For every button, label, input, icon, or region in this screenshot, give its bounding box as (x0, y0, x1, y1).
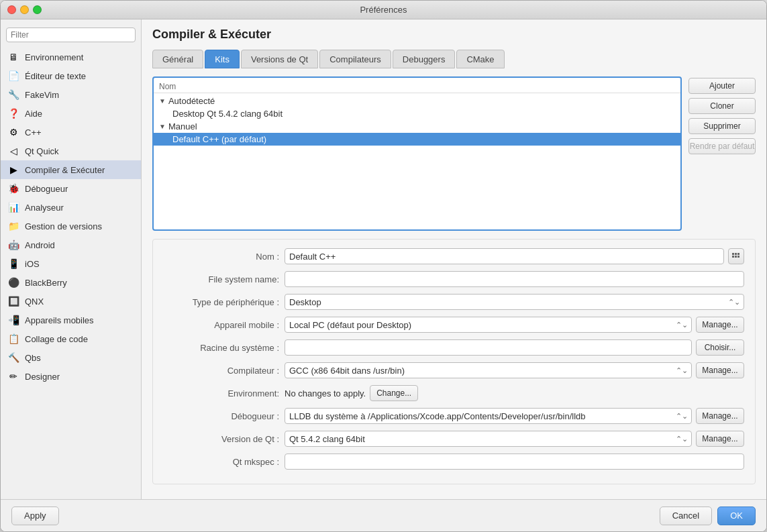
form-select-compilateur[interactable]: GCC (x86 64bit dans /usr/bin) (285, 362, 692, 378)
maximize-button[interactable] (33, 5, 42, 14)
designer-icon: ✏ (7, 370, 19, 382)
collage-code-icon: 📋 (7, 333, 19, 345)
form-select-type-peripherique[interactable]: Desktop (285, 294, 744, 310)
sidebar-item-fakevim[interactable]: 🔧 FakeVim (1, 85, 141, 104)
form-label-nom: Nom : (164, 252, 285, 262)
sidebar-item-collage-code[interactable]: 📋 Collage de code (1, 329, 141, 348)
manage-btn-appareil-mobile[interactable]: Manage... (696, 317, 744, 333)
sidebar-item-qbs[interactable]: 🔨 Qbs (1, 348, 141, 367)
manage-btn-environment[interactable]: Change... (370, 385, 418, 401)
kit-list-section: Nom ▼AutodétectéDesktop Qt 5.4.2 clang 6… (152, 76, 756, 231)
form-select-appareil-mobile[interactable]: Local PC (défaut pour Desktop) (285, 317, 692, 333)
form-select-debogueur[interactable]: LLDB du système à /Applications/Xcode.ap… (285, 408, 692, 424)
sidebar-item-blackberry[interactable]: ⚫ BlackBerry (1, 273, 141, 292)
sidebar-item-appareils-mobiles[interactable]: 📲 Appareils mobiles (1, 311, 141, 329)
form-row-qt-mkspec: Qt mkspec : (164, 453, 744, 470)
svg-rect-5 (737, 256, 739, 258)
form-row-filesystem-name: File system name: (164, 270, 744, 288)
ok-button[interactable]: OK (717, 507, 756, 525)
icon-btn-nom[interactable] (728, 248, 744, 264)
sidebar-item-debogueur[interactable]: 🐞 Débogueur (1, 179, 141, 198)
tab-versions-qt[interactable]: Versions de Qt (241, 50, 318, 68)
close-button[interactable] (7, 5, 16, 14)
sidebar-item-editeur-texte[interactable]: 📄 Éditeur de texte (1, 66, 141, 85)
manage-btn-compilateur[interactable]: Manage... (696, 362, 744, 378)
form-row-compilateur: Compilateur :GCC (x86 64bit dans /usr/bi… (164, 362, 744, 379)
form-rows: Nom :File system name:Type de périphériq… (164, 248, 744, 470)
sidebar-item-environnement[interactable]: 🖥 Environnement (1, 48, 141, 66)
minimize-button[interactable] (20, 5, 29, 14)
cancel-button[interactable]: Cancel (660, 507, 712, 525)
form-input-qt-mkspec[interactable] (285, 454, 744, 470)
gestion-versions-icon: 📁 (7, 220, 19, 232)
kit-item-desktop-qt[interactable]: Desktop Qt 5.4.2 clang 64bit (154, 107, 680, 120)
tab-general[interactable]: Général (152, 50, 203, 68)
sidebar-item-label-designer: Designer (25, 372, 60, 382)
form-row-appareil-mobile: Appareil mobile :Local PC (défaut pour D… (164, 316, 744, 333)
sidebar-item-qnx[interactable]: 🔲 QNX (1, 292, 141, 311)
form-label-filesystem-name: File system name: (164, 274, 285, 284)
kit-group-autodetecte[interactable]: ▼Autodétecté (154, 95, 680, 107)
sidebar-item-label-collage-code: Collage de code (25, 334, 88, 344)
form-label-compilateur: Compilateur : (164, 366, 285, 376)
kit-item-default-cpp[interactable]: Default C++ (par défaut) (154, 133, 680, 146)
titlebar: Préférences (1, 1, 766, 19)
triangle-icon: ▼ (159, 123, 166, 130)
kit-btn-ajouter[interactable]: Ajouter (688, 78, 756, 94)
sidebar-item-label-debogueur: Débogueur (25, 184, 68, 194)
tab-cmake[interactable]: CMake (456, 50, 504, 68)
tab-compilateurs[interactable]: Compilateurs (319, 50, 391, 68)
sidebar-item-cpp[interactable]: ⚙ C++ (1, 123, 141, 142)
ios-icon: 📱 (7, 258, 19, 270)
svg-rect-2 (737, 253, 739, 255)
sidebar-item-qt-quick[interactable]: ◁ Qt Quick (1, 142, 141, 160)
kit-group-manuel[interactable]: ▼Manuel (154, 120, 680, 133)
tabs: GénéralKitsVersions de QtCompilateursDeb… (152, 50, 756, 68)
kit-btn-supprimer[interactable]: Supprimer (688, 118, 756, 134)
kit-group-label-autodetecte: Autodétecté (168, 96, 215, 106)
sidebar-item-designer[interactable]: ✏ Designer (1, 367, 141, 386)
preferences-window: Préférences 🖥 Environnement 📄 Éditeur de… (0, 0, 767, 532)
sidebar-item-label-fakevim: FakeVim (25, 90, 59, 100)
form-input-racine-systeme[interactable] (285, 339, 692, 356)
sidebar-item-analyseur[interactable]: 📊 Analyseur (1, 198, 141, 217)
form-row-type-peripherique: Type de périphérique :Desktop⌃⌄ (164, 293, 744, 311)
form-control-debogueur: LLDB du système à /Applications/Xcode.ap… (285, 408, 744, 424)
sidebar-item-label-blackberry: BlackBerry (25, 278, 67, 288)
apply-button[interactable]: Apply (11, 507, 59, 525)
manage-btn-racine-systeme[interactable]: Choisir... (696, 339, 744, 356)
sidebar-item-aide[interactable]: ❓ Aide (1, 104, 141, 123)
cpp-icon: ⚙ (7, 126, 19, 138)
sidebar-item-gestion-versions[interactable]: 📁 Gestion de versions (1, 217, 141, 235)
manage-btn-debogueur[interactable]: Manage... (696, 408, 744, 424)
tab-debuggers[interactable]: Debuggers (393, 50, 456, 68)
filter-input[interactable] (6, 28, 136, 42)
grid-icon (732, 253, 740, 260)
sidebar-item-label-qnx: QNX (25, 297, 44, 307)
form-input-filesystem-name[interactable] (285, 271, 744, 287)
aide-icon: ❓ (7, 107, 19, 119)
form-select-version-qt[interactable]: Qt 5.4.2 clang 64bit (285, 431, 692, 447)
sidebar-item-android[interactable]: 🤖 Android (1, 235, 141, 254)
page-title: Compiler & Exécuter (152, 28, 756, 42)
sidebar-item-ios[interactable]: 📱 iOS (1, 254, 141, 273)
sidebar-item-compiler-executer[interactable]: ▶ Compiler & Exécuter (1, 160, 141, 179)
sidebar-item-label-cpp: C++ (25, 127, 42, 138)
form-input-nom[interactable] (285, 248, 724, 264)
sidebar: 🖥 Environnement 📄 Éditeur de texte 🔧 Fak… (1, 19, 142, 499)
analyseur-icon: 📊 (7, 201, 19, 213)
kit-list-header: Nom (154, 81, 680, 93)
sidebar-item-label-gestion-versions: Gestion de versions (25, 221, 102, 231)
main-panel: Compiler & Exécuter GénéralKitsVersions … (142, 19, 766, 499)
tab-kits[interactable]: Kits (205, 50, 240, 68)
form-label-environment: Environment: (164, 388, 285, 398)
sidebar-item-label-aide: Aide (25, 109, 42, 119)
environnement-icon: 🖥 (7, 51, 19, 63)
filter-container (1, 25, 141, 48)
kit-btn-cloner[interactable]: Cloner (688, 98, 756, 114)
manage-btn-version-qt[interactable]: Manage... (696, 431, 744, 447)
footer-left: Apply (11, 507, 59, 525)
select-container-type-peripherique: Desktop⌃⌄ (285, 294, 744, 310)
kit-btn-rendre-defaut: Rendre par défaut (688, 138, 756, 154)
compiler-executer-icon: ▶ (7, 164, 19, 176)
